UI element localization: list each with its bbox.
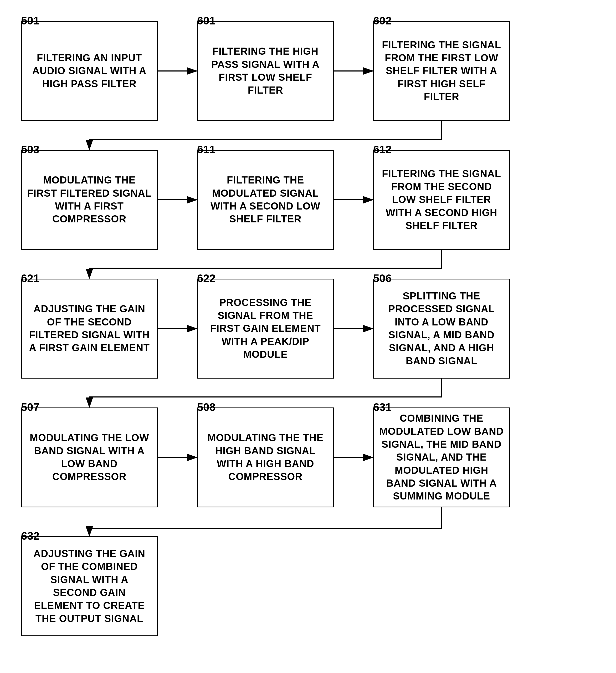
box-506-text: SPLITTING THE PROCESSED SIGNAL INTO A LO… xyxy=(379,290,504,368)
box-622: PROCESSING THE SIGNAL FROM THE FIRST GAI… xyxy=(197,279,334,379)
label-503: 503 xyxy=(21,143,39,156)
label-602: 602 xyxy=(373,14,391,27)
label-507: 507 xyxy=(21,401,39,414)
box-631-text: COMBINING THE MODULATED LOW BAND SIGNAL,… xyxy=(379,412,504,503)
label-611: 611 xyxy=(197,143,216,156)
diagram-container: FILTERING AN INPUT AUDIO SIGNAL WITH A H… xyxy=(0,0,616,673)
box-611-text: FILTERING THE MODULATED SIGNAL WITH A SE… xyxy=(203,174,328,226)
box-501: FILTERING AN INPUT AUDIO SIGNAL WITH A H… xyxy=(21,21,158,121)
label-631: 631 xyxy=(373,401,391,414)
label-506: 506 xyxy=(373,272,391,285)
box-602-text: FILTERING THE SIGNAL FROM THE FIRST LOW … xyxy=(379,39,504,103)
box-621: ADJUSTING THE GAIN OF THE SECOND FILTERE… xyxy=(21,279,158,379)
label-622: 622 xyxy=(197,272,216,285)
label-501: 501 xyxy=(21,14,39,27)
box-632-text: ADJUSTING THE GAIN OF THE COMBINED SIGNA… xyxy=(27,547,151,625)
box-632: ADJUSTING THE GAIN OF THE COMBINED SIGNA… xyxy=(21,536,158,636)
box-508-text: MODULATING THE THE HIGH BAND SIGNAL WITH… xyxy=(203,431,328,483)
box-503-text: MODULATING THE FIRST FILTERED SIGNAL WIT… xyxy=(27,174,151,226)
label-612: 612 xyxy=(373,143,391,156)
label-508: 508 xyxy=(197,401,216,414)
box-601-text: FILTERING THE HIGH PASS SIGNAL WITH A FI… xyxy=(203,45,328,97)
label-601: 601 xyxy=(197,14,216,27)
box-631: COMBINING THE MODULATED LOW BAND SIGNAL,… xyxy=(373,408,510,507)
box-612: FILTERING THE SIGNAL FROM THE SECOND LOW… xyxy=(373,150,510,250)
label-632: 632 xyxy=(21,530,39,542)
box-611: FILTERING THE MODULATED SIGNAL WITH A SE… xyxy=(197,150,334,250)
box-622-text: PROCESSING THE SIGNAL FROM THE FIRST GAI… xyxy=(203,296,328,361)
box-506: SPLITTING THE PROCESSED SIGNAL INTO A LO… xyxy=(373,279,510,379)
box-503: MODULATING THE FIRST FILTERED SIGNAL WIT… xyxy=(21,150,158,250)
box-507: MODULATING THE LOW BAND SIGNAL WITH A LO… xyxy=(21,408,158,507)
box-621-text: ADJUSTING THE GAIN OF THE SECOND FILTERE… xyxy=(27,302,151,355)
box-601: FILTERING THE HIGH PASS SIGNAL WITH A FI… xyxy=(197,21,334,121)
arrow-631-632 xyxy=(89,507,441,536)
box-612-text: FILTERING THE SIGNAL FROM THE SECOND LOW… xyxy=(379,168,504,232)
box-602: FILTERING THE SIGNAL FROM THE FIRST LOW … xyxy=(373,21,510,121)
box-501-text: FILTERING AN INPUT AUDIO SIGNAL WITH A H… xyxy=(27,51,151,90)
box-508: MODULATING THE THE HIGH BAND SIGNAL WITH… xyxy=(197,408,334,507)
label-621: 621 xyxy=(21,272,39,285)
box-507-text: MODULATING THE LOW BAND SIGNAL WITH A LO… xyxy=(27,431,151,483)
